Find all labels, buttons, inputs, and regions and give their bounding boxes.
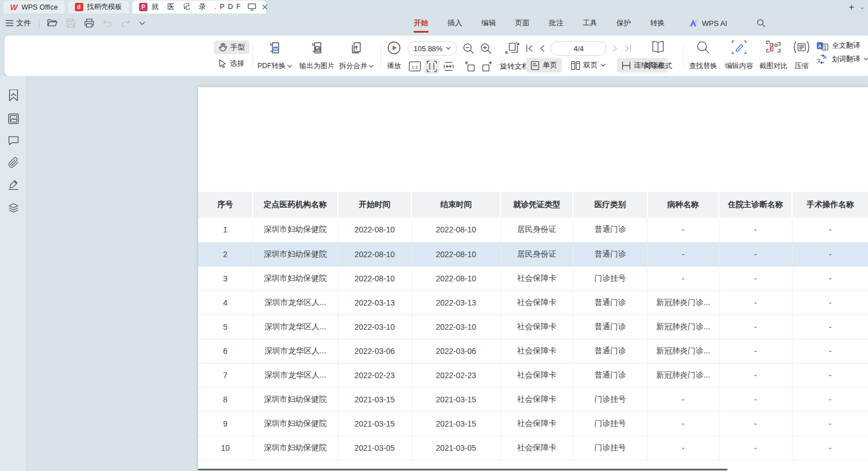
tab-list-chevron-icon[interactable]: ⌄ xyxy=(860,4,865,10)
menu-tab-edit[interactable]: 编辑 xyxy=(481,16,496,30)
next-page-icon[interactable] xyxy=(612,44,618,52)
fit-width-button[interactable] xyxy=(441,59,456,74)
attachment-icon[interactable] xyxy=(8,157,19,168)
compress-button[interactable]: 压缩 xyxy=(788,41,815,71)
zoom-level-select[interactable]: 105.88% xyxy=(408,41,457,56)
bookmark-icon[interactable] xyxy=(8,89,19,102)
word-translate-button[interactable]: 文A 划词翻译 xyxy=(816,54,868,64)
fit-page-button[interactable] xyxy=(424,59,439,74)
wps-logo-icon: W xyxy=(10,3,17,12)
print-icon[interactable] xyxy=(84,19,94,28)
rotate-left-button[interactable] xyxy=(463,59,477,74)
table-cell: 社会保障卡 xyxy=(500,290,573,315)
docer-icon: d xyxy=(75,3,83,11)
menu-tab-home[interactable]: 开始 xyxy=(414,16,428,30)
split-merge-button[interactable]: 拆分合并 xyxy=(334,41,378,71)
redo-icon[interactable] xyxy=(121,19,130,27)
tab-label: 找稻壳模板 xyxy=(87,2,123,12)
open-book-icon xyxy=(651,41,665,54)
svg-text:A: A xyxy=(818,43,822,48)
tab-wps-office[interactable]: W WPS Office xyxy=(3,1,65,14)
wps-ai-button[interactable]: WPS AI xyxy=(690,19,727,28)
rotate-right-icon xyxy=(481,61,493,72)
actual-size-button[interactable]: 1:1 xyxy=(408,59,422,74)
table-cell: 深圳市龙华区人... xyxy=(253,315,338,339)
pdf-convert-button[interactable]: W PDF转换 xyxy=(251,41,298,71)
table-cell: 2022-03-13 xyxy=(411,290,500,315)
table-header-cell: 结束时间 xyxy=(411,192,500,218)
table-cell: 社会保障卡 xyxy=(500,266,573,290)
read-mode-button[interactable]: 阅读模式 xyxy=(639,41,677,71)
menu-tab-tools[interactable]: 工具 xyxy=(583,16,597,30)
table-cell: - xyxy=(647,411,719,436)
table-row: 4深圳市龙华区人...2022-03-132022-03-13社会保障卡普通门诊… xyxy=(198,290,868,315)
save-icon[interactable] xyxy=(66,19,75,28)
present-monitor-icon[interactable] xyxy=(248,3,256,11)
rotate-pages-icon[interactable] xyxy=(505,42,520,55)
table-cell: - xyxy=(719,266,792,290)
rotate-doc-label[interactable]: 旋转文档 xyxy=(500,61,529,71)
undo-icon[interactable] xyxy=(103,19,112,27)
table-cell: 普通门诊 xyxy=(573,315,647,339)
tab-medical-record-pdf[interactable]: P 就 医 记 录 .PDF xyxy=(132,1,266,14)
tab-docer-templates[interactable]: d 找稻壳模板 xyxy=(68,1,129,14)
table-cell: 深圳市妇幼保健院 xyxy=(253,387,338,411)
table-cell: 新冠肺炎门诊... xyxy=(647,315,719,339)
pdf-file-icon: P xyxy=(139,3,147,11)
close-tab-icon[interactable] xyxy=(262,4,268,10)
play-button[interactable]: 播放 xyxy=(379,41,409,71)
prev-page-icon[interactable] xyxy=(539,44,545,52)
table-cell: 7 xyxy=(198,363,253,387)
layers-icon[interactable] xyxy=(8,202,19,213)
menu-tab-comment[interactable]: 批注 xyxy=(549,16,563,30)
chevron-down-icon xyxy=(863,57,868,61)
table-cell: 2021-03-15 xyxy=(338,387,411,411)
hand-tool-button[interactable]: 手型 xyxy=(214,41,249,54)
search-icon[interactable] xyxy=(757,19,766,28)
file-menu-button[interactable]: 文件 xyxy=(6,18,31,28)
single-page-label: 单页 xyxy=(543,60,557,70)
open-file-icon[interactable] xyxy=(47,19,57,28)
left-panel-rail xyxy=(0,76,27,471)
table-row: 6深圳市龙华区人...2022-03-062022-03-06社会保障卡普通门诊… xyxy=(198,339,868,363)
table-header-row: 序号定点医药机构名称开始时间结束时间就诊凭证类型医疗类别病种名称住院主诊断名称手… xyxy=(198,192,868,218)
first-page-icon[interactable] xyxy=(526,44,534,52)
document-canvas[interactable]: 序号定点医药机构名称开始时间结束时间就诊凭证类型医疗类别病种名称住院主诊断名称手… xyxy=(28,76,868,471)
table-cell: - xyxy=(792,218,868,242)
screenshot-compare-button[interactable]: 截图对比 xyxy=(755,41,791,71)
export-image-button[interactable]: 输出为图片 xyxy=(296,41,338,71)
double-page-button[interactable]: 双页 xyxy=(566,58,610,73)
find-replace-button[interactable]: 查找替换 xyxy=(684,41,722,71)
menu-tab-protect[interactable]: 保护 xyxy=(616,16,631,30)
undo-history-chevron-icon[interactable] xyxy=(139,21,145,25)
full-translate-label: 全文翻译 xyxy=(832,41,860,51)
edit-content-icon xyxy=(732,41,746,54)
table-header-cell: 病种名称 xyxy=(647,192,719,218)
table-cell: 门诊挂号 xyxy=(573,411,647,436)
page-number-input[interactable]: 4/4 xyxy=(551,41,607,56)
medical-record-table: 序号定点医药机构名称开始时间结束时间就诊凭证类型医疗类别病种名称住院主诊断名称手… xyxy=(198,192,868,460)
full-translate-button[interactable]: A字 全文翻译 xyxy=(816,41,868,51)
select-tool-label: 选择 xyxy=(230,59,244,69)
thumbnail-icon[interactable] xyxy=(8,113,19,124)
zoom-in-icon[interactable] xyxy=(480,43,492,55)
table-row: 2深圳市妇幼保健院2022-08-102022-08-10居民身份证普通门诊--… xyxy=(198,242,868,266)
table-cell: 2022-08-10 xyxy=(338,266,411,290)
edit-content-button[interactable]: 编辑内容 xyxy=(721,41,758,71)
table-cell: 社会保障卡 xyxy=(500,363,573,387)
new-tab-button[interactable]: + xyxy=(849,2,854,12)
select-tool-button[interactable]: 选择 xyxy=(214,57,249,70)
signature-pen-icon[interactable] xyxy=(8,180,19,191)
table-header-cell: 就诊凭证类型 xyxy=(500,192,573,218)
single-page-button[interactable]: 单页 xyxy=(526,58,562,73)
table-cell: - xyxy=(792,315,868,339)
table-cell: 深圳市妇幼保健院 xyxy=(253,266,338,290)
find-replace-icon xyxy=(696,41,710,54)
menu-tab-convert[interactable]: 转换 xyxy=(650,16,665,30)
comment-icon[interactable] xyxy=(8,136,19,146)
rotate-right-button[interactable] xyxy=(480,59,494,74)
last-page-icon[interactable] xyxy=(624,44,632,52)
menu-tab-insert[interactable]: 插入 xyxy=(448,16,462,30)
menu-tab-page[interactable]: 页面 xyxy=(515,16,530,30)
zoom-out-icon[interactable] xyxy=(463,43,475,55)
